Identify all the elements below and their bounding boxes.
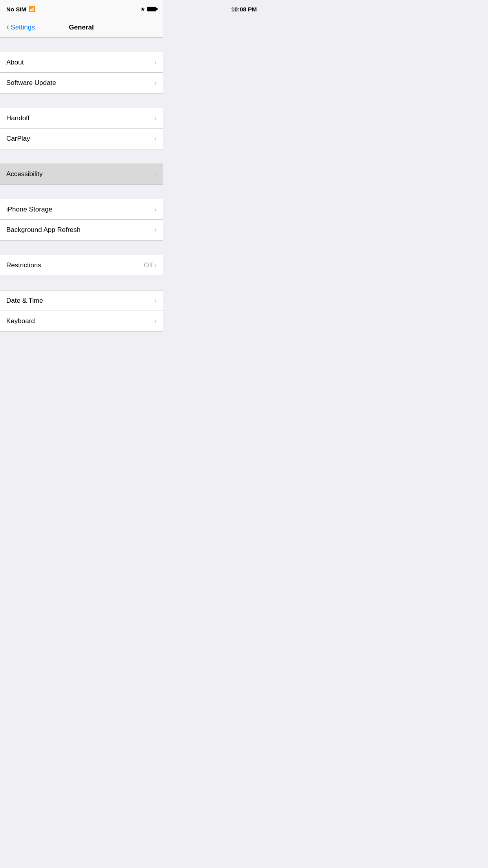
battery-icon bbox=[147, 7, 156, 11]
group-spacer-1 bbox=[0, 94, 163, 108]
chevron-right-icon: › bbox=[154, 226, 156, 234]
settings-group-group2: Handoff›CarPlay› bbox=[0, 108, 163, 149]
settings-group-group3: Accessibility› bbox=[0, 164, 163, 185]
item-label-accessibility: Accessibility bbox=[6, 170, 43, 178]
chevron-right-icon: › bbox=[154, 206, 156, 213]
wifi-icon: 📶 bbox=[29, 6, 35, 12]
chevron-right-icon: › bbox=[154, 262, 156, 269]
back-chevron-icon: ‹ bbox=[6, 23, 9, 31]
item-label-keyboard: Keyboard bbox=[6, 317, 35, 325]
item-value-restrictions: Off bbox=[144, 261, 152, 269]
chevron-right-icon: › bbox=[154, 171, 156, 178]
status-right: ★ bbox=[140, 6, 156, 12]
back-button[interactable]: ‹ Settings bbox=[6, 23, 35, 31]
bluetooth-icon: ★ bbox=[140, 6, 145, 12]
page-title: General bbox=[69, 24, 94, 31]
chevron-right-icon: › bbox=[154, 59, 156, 66]
settings-list: About›Software Update›Handoff›CarPlay›Ac… bbox=[0, 38, 163, 332]
chevron-right-icon: › bbox=[154, 297, 156, 304]
settings-group-group1: About›Software Update› bbox=[0, 52, 163, 94]
chevron-right-icon: › bbox=[154, 135, 156, 142]
carrier-label: No SIM bbox=[6, 6, 26, 13]
item-label-date-time: Date & Time bbox=[6, 297, 43, 305]
settings-item-iphone-storage[interactable]: iPhone Storage› bbox=[0, 199, 163, 220]
item-label-carplay: CarPlay bbox=[6, 135, 30, 143]
group-spacer-2 bbox=[0, 149, 163, 164]
settings-group-group5: RestrictionsOff› bbox=[0, 255, 163, 276]
chevron-right-icon: › bbox=[154, 79, 156, 86]
item-label-handoff: Handoff bbox=[6, 114, 29, 122]
settings-item-date-time[interactable]: Date & Time› bbox=[0, 291, 163, 311]
settings-item-handoff[interactable]: Handoff› bbox=[0, 108, 163, 129]
group-spacer-5 bbox=[0, 276, 163, 290]
settings-item-about[interactable]: About› bbox=[0, 52, 163, 73]
settings-group-group6: Date & Time›Keyboard› bbox=[0, 290, 163, 332]
group-spacer-4 bbox=[0, 241, 163, 255]
nav-bar: ‹ Settings General bbox=[0, 17, 163, 38]
item-label-about: About bbox=[6, 59, 24, 66]
status-left: No SIM 📶 bbox=[6, 6, 35, 13]
item-label-restrictions: Restrictions bbox=[6, 261, 41, 269]
settings-item-background-app-refresh[interactable]: Background App Refresh› bbox=[0, 220, 163, 240]
back-label: Settings bbox=[11, 24, 35, 31]
settings-item-software-update[interactable]: Software Update› bbox=[0, 73, 163, 93]
settings-item-restrictions[interactable]: RestrictionsOff› bbox=[0, 255, 163, 276]
item-label-background-app-refresh: Background App Refresh bbox=[6, 226, 81, 234]
group-spacer-3 bbox=[0, 185, 163, 199]
chevron-right-icon: › bbox=[154, 115, 156, 122]
group-spacer-0 bbox=[0, 38, 163, 52]
chevron-right-icon: › bbox=[154, 318, 156, 325]
settings-item-keyboard[interactable]: Keyboard› bbox=[0, 311, 163, 331]
item-label-iphone-storage: iPhone Storage bbox=[6, 206, 52, 213]
status-bar: No SIM 📶 10:08 PM ★ bbox=[0, 0, 163, 17]
settings-item-accessibility[interactable]: Accessibility› bbox=[0, 164, 163, 184]
settings-group-group4: iPhone Storage›Background App Refresh› bbox=[0, 199, 163, 241]
item-label-software-update: Software Update bbox=[6, 79, 56, 87]
settings-item-carplay[interactable]: CarPlay› bbox=[0, 129, 163, 149]
